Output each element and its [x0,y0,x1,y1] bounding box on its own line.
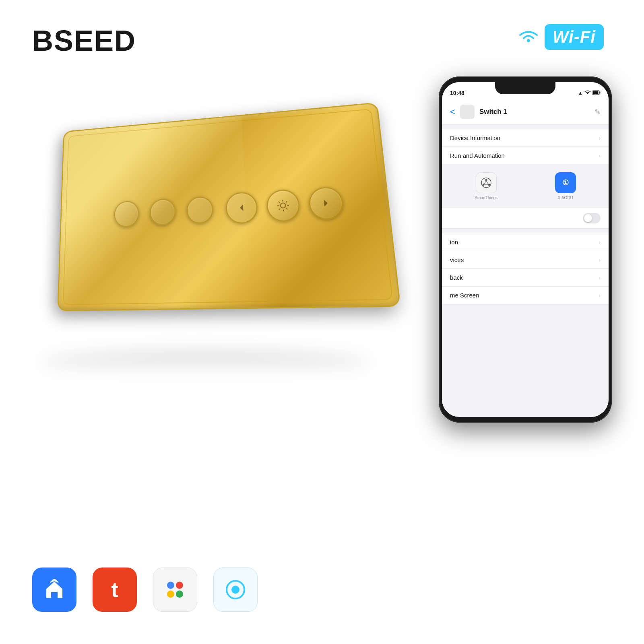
status-icons: ▲ [578,86,601,96]
menu-item-automation[interactable]: Run and Automation › [442,147,609,164]
tuya-app-icon[interactable]: t [93,568,137,612]
list-item-2-label: vices [450,256,464,263]
phone-outer: 10:48 ▲ [439,76,612,423]
svg-line-19 [486,181,488,184]
list-item-3[interactable]: back › [442,269,609,287]
phone-mockup: 10:48 ▲ [439,76,612,423]
dimmer-controls [225,186,345,224]
status-time: 10:48 [450,86,464,96]
google-dot-red [176,582,183,589]
switch-panel [57,102,401,311]
wifi-status-icon [584,90,591,96]
svg-rect-13 [593,91,599,94]
chevron-right-icon-2: › [599,153,601,159]
google-dots [165,582,186,598]
svg-line-18 [484,181,486,184]
svg-rect-12 [600,91,601,93]
integrations-row: SmartThings ① XIAODU [442,164,609,208]
device-thumbnail [460,105,475,119]
chevron-icon-5: › [599,275,601,281]
chevron-right-icon: › [599,135,601,141]
list-item-1-label: ion [450,239,458,246]
xiaodu-integration[interactable]: ① XIAODU [555,172,576,200]
chevron-icon-3: › [599,239,601,246]
edit-button[interactable]: ✎ [594,107,601,116]
app-content: < Switch 1 ✎ Device Information › Run an… [442,100,609,417]
menu-list: Device Information › Run and Automation … [442,129,609,164]
svg-line-8 [286,201,287,202]
svg-point-15 [485,179,487,181]
dimmer-increase-button[interactable] [308,186,345,220]
chevron-icon-6: › [599,292,601,299]
list-item-1[interactable]: ion › [442,233,609,251]
smartthings-label: SmartThings [475,196,497,200]
wifi-icon [516,27,541,47]
wifi-badge: Wi-Fi [516,24,604,50]
dimmer-light-button[interactable] [266,189,301,223]
phone-screen: 10:48 ▲ [442,82,609,417]
menu-item-device-info-label: Device Information [450,134,500,141]
app-header: < Switch 1 ✎ [442,100,609,124]
switch-shadow [40,350,370,374]
google-dot-green [176,590,183,598]
toggle-knob [584,214,592,222]
svg-point-16 [482,184,484,186]
touch-button-2[interactable] [149,198,175,226]
touch-button-1[interactable] [114,200,139,228]
google-dot-blue [167,582,174,589]
xiaodu-label: XIAODU [558,196,573,200]
wifi-label: Wi-Fi [553,27,596,47]
phone-notch [495,82,555,94]
list-item-2[interactable]: vices › [442,251,609,269]
switch-product-area [24,80,386,382]
svg-marker-10 [324,200,328,206]
menu-item-device-info[interactable]: Device Information › [442,129,609,147]
svg-point-1 [281,203,286,208]
list-item-4-label: me Screen [450,292,479,299]
smartthings-integration[interactable]: SmartThings [475,172,497,200]
touch-buttons-left [114,196,214,228]
dimmer-decrease-button[interactable] [225,191,259,224]
toggle-row [442,208,609,229]
alexa-app-icon[interactable] [213,568,258,612]
bottom-app-icons: t [32,568,258,612]
smart-home-icon [42,578,66,602]
svg-line-9 [279,208,280,210]
alexa-icon [223,578,248,602]
list-item-3-label: back [450,274,463,281]
list-item-4[interactable]: me Screen › [442,287,609,304]
signal-icon: ▲ [578,90,583,96]
smart-home-app-icon[interactable] [32,568,76,612]
menu-item-automation-label: Run and Automation [450,152,505,159]
app-list-section: ion › vices › back › me Screen › [442,233,609,304]
google-dot-yellow [167,590,174,598]
device-name: Switch 1 [479,108,590,116]
svg-marker-0 [240,204,244,211]
svg-point-22 [231,586,239,594]
chevron-icon-4: › [599,257,601,263]
svg-line-7 [287,208,288,209]
smartthings-icon [480,177,492,189]
brand-logo: BSEED [32,24,136,57]
back-button[interactable]: < [450,107,455,117]
touch-button-3[interactable] [186,196,213,225]
battery-icon [592,90,601,96]
xiaodu-icon: ① [562,178,569,187]
google-assistant-app-icon[interactable] [153,568,197,612]
toggle-switch[interactable] [583,213,601,223]
svg-point-17 [488,184,490,186]
tuya-letter: t [111,578,118,602]
wifi-text-box: Wi-Fi [545,24,604,50]
svg-line-6 [279,202,280,203]
